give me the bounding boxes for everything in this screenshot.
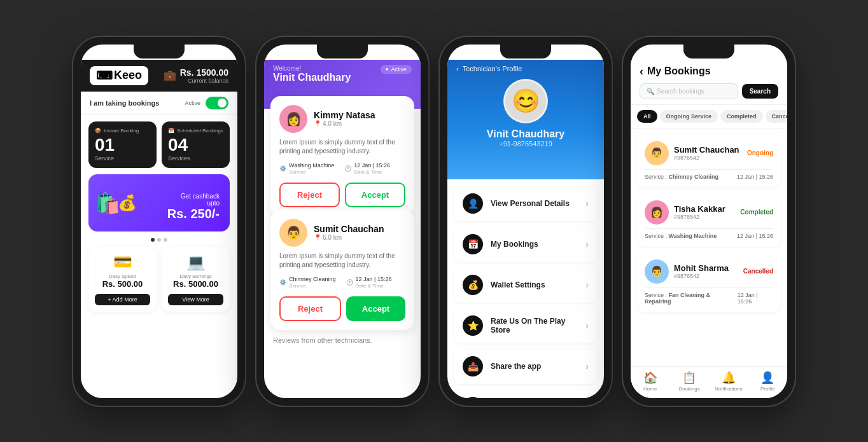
chevron-right-icon-2: ›: [585, 239, 589, 249]
scheduled-booking-sublabel: Services: [168, 155, 223, 162]
booking-item-1-info: Sumit Chauchan #9876542: [674, 145, 742, 161]
booking-item-2-status: Completed: [740, 209, 773, 216]
taking-bookings-bar[interactable]: I am taking bookings Active: [81, 92, 237, 115]
scheduled-booking-card[interactable]: 📅 Scheduled Bookings 04 Services: [162, 121, 230, 168]
accept-button-1[interactable]: Accept: [345, 183, 405, 207]
search-input-wrapper[interactable]: 🔍 Search bookings: [640, 83, 738, 99]
phone-2-bookings: Welcome! Vinit Chaudhary ● Active 👩: [256, 37, 428, 406]
reject-button-2[interactable]: Reject: [279, 296, 341, 321]
booking1-datetime: 🕐 12 Jan | 15:26 Date & Time: [344, 162, 390, 175]
back-arrow-icon[interactable]: ‹: [456, 65, 459, 73]
menu-item-personal[interactable]: 👤 View Personal Details ›: [454, 186, 598, 221]
booking-item-2-id: #9876542: [674, 214, 735, 220]
booking-item-1-name: Sumit Chauchan: [674, 145, 742, 155]
accept-button-2[interactable]: Accept: [346, 296, 405, 321]
booking1-distance: 📍 4.0 km: [314, 120, 375, 127]
view-more-button[interactable]: View More: [168, 294, 223, 305]
chevron-right-icon-3: ›: [585, 280, 589, 290]
share-app-label: Share the app: [491, 362, 578, 371]
dot-3: [164, 238, 167, 242]
booking-item-3-status: Cancelled: [743, 268, 773, 275]
booking2-datetime: 🕐 12 Jan | 15:26 Date & Time: [346, 276, 392, 289]
clock-icon: 🕐: [344, 165, 351, 172]
instant-booking-card[interactable]: 📦 Instant Booking 01 Service: [88, 121, 157, 168]
booking2-name: Sumit Chauchan: [314, 224, 384, 234]
rate-us-label: Rate Us On The Play Store: [491, 317, 578, 335]
daily-spend-card[interactable]: 💳 Daily Spend Rs. 500.00 + Add More: [88, 247, 157, 312]
banner-decoration: 🛍️ 💰: [95, 174, 137, 231]
menu-item-share[interactable]: 📤 Share the app ›: [454, 349, 598, 384]
tab-completed[interactable]: Completed: [720, 110, 763, 123]
tab-cancelled[interactable]: Cancelled: [766, 110, 787, 123]
service-label-1: Service : Chimney Cleaning: [645, 174, 718, 180]
booking-item-1-avatar: 👨: [645, 141, 669, 165]
chevron-right-icon-5: ›: [585, 361, 589, 371]
personal-details-label: View Personal Details: [491, 199, 578, 208]
booking-item-2-name: Tisha Kakkar: [674, 204, 735, 214]
p4-back-row: ‹ My Bookings: [640, 65, 778, 78]
p1-header: ⌨ Keeo 💼 Rs. 1500.00 Current balance: [81, 60, 237, 92]
toggle-switch[interactable]: [206, 97, 228, 109]
booking1-meta: ⚙️ Washing Machine Service 🕐 12 Jan | 15…: [279, 162, 405, 175]
booking-item-1[interactable]: 👨 Sumit Chauchan #9876542 Ongoing Servic…: [637, 134, 781, 188]
service-label-2: Service : Washing Machine: [645, 233, 717, 239]
cashback-banner[interactable]: 🛍️ 💰 Get cashback upto Rs. 250/-: [88, 174, 230, 231]
menu-item-bookings[interactable]: 📅 My Bookings ›: [454, 226, 598, 262]
daily-earnings-card[interactable]: 💻 Daily earnings Rs. 5000.00 View More: [162, 247, 230, 312]
chevron-right-icon-4: ›: [585, 321, 589, 331]
booking-item-2-service: Service : Washing Machine 12 Jan | 15:26: [645, 228, 773, 239]
profile-header-title: Technician's Profile: [463, 65, 522, 73]
booking-item-3[interactable]: 👨 Mohit Sharma #9876542 Cancelled Servic…: [637, 252, 781, 312]
my-bookings-label: My Bookings: [491, 240, 578, 249]
booking-item-1-header: 👨 Sumit Chauchan #9876542 Ongoing: [645, 141, 773, 165]
booking1-name: Kimmy Natasa: [314, 110, 375, 120]
notch-4: [683, 45, 734, 59]
instant-booking-sublabel: Service: [95, 155, 150, 162]
tab-all[interactable]: All: [637, 110, 657, 123]
phone-4-my-bookings: ‹ My Bookings 🔍 Search bookings Search A…: [623, 37, 795, 406]
bottom-navigation: 🏠 Home 📋 Bookings 🔔 Notifications 👤 Prof…: [631, 366, 787, 398]
phones-container: ⌨ Keeo 💼 Rs. 1500.00 Current balance I a…: [73, 37, 795, 406]
booking2-distance: 📍 6.0 km: [314, 234, 384, 241]
reject-button-1[interactable]: Reject: [279, 183, 340, 207]
booking-item-2-info: Tisha Kakkar #9876542: [674, 204, 735, 220]
wallet-settings-label: Wallet Settings: [491, 280, 578, 289]
booking1-actions: Reject Accept: [279, 183, 405, 207]
toggle-label: I am taking bookings: [90, 99, 159, 107]
bookings-icon: 📅: [463, 234, 483, 254]
home-icon: 🏠: [643, 371, 657, 385]
nav-notifications[interactable]: 🔔 Notifications: [709, 371, 748, 392]
scheduled-booking-label: 📅 Scheduled Bookings: [168, 128, 223, 134]
booking1-avatar: 👩: [279, 105, 307, 133]
tab-ongoing[interactable]: Ongoing Service: [660, 110, 718, 123]
booking-item-2[interactable]: 👩 Tisha Kakkar #9876542 Completed Servic…: [637, 193, 781, 247]
phone-1-dashboard: ⌨ Keeo 💼 Rs. 1500.00 Current balance I a…: [73, 37, 245, 406]
nav-bookings[interactable]: 📋 Bookings: [670, 371, 710, 392]
spend-value: Rs. 500.00: [95, 279, 150, 289]
active-label: Active: [391, 66, 407, 73]
logo-icon: ⌨: [96, 69, 113, 83]
p4-back-icon[interactable]: ‹: [640, 65, 643, 78]
back-row: ‹ Technician's Profile: [456, 65, 595, 73]
menu-item-wallet[interactable]: 💰 Wallet Settings ›: [454, 267, 598, 303]
booking-item-3-header: 👨 Mohit Sharma #9876542 Cancelled: [645, 259, 773, 284]
nav-home[interactable]: 🏠 Home: [631, 371, 670, 392]
menu-item-new[interactable]: 🆕 What's new here ›: [454, 389, 598, 398]
booking-item-3-id: #9876542: [674, 273, 738, 279]
earnings-value: Rs. 5000.00: [168, 279, 223, 289]
cashback-amount: Rs. 250/-: [167, 207, 220, 221]
menu-item-rate[interactable]: ⭐ Rate Us On The Play Store ›: [454, 308, 598, 343]
welcome-text: Welcome!: [273, 65, 351, 72]
nav-profile[interactable]: 👤 Profile: [748, 371, 788, 392]
search-button[interactable]: Search: [742, 84, 778, 99]
add-more-button[interactable]: + Add More: [95, 294, 150, 305]
bookings-nav-icon: 📋: [682, 371, 696, 385]
booking-item-3-info: Mohit Sharma #9876542: [674, 263, 738, 279]
toggle-status-label: Active: [185, 100, 200, 106]
booking-item-1-service: Service : Chimney Cleaning 12 Jan | 15:2…: [645, 169, 773, 180]
scheduled-booking-number: 04: [168, 135, 223, 155]
wallet-icon: 💼: [164, 69, 176, 81]
location-icon-2: 📍: [314, 234, 321, 241]
balance-amount: Rs. 1500.00: [180, 67, 228, 78]
datetime-label-1: 12 Jan | 15:26: [737, 174, 773, 180]
